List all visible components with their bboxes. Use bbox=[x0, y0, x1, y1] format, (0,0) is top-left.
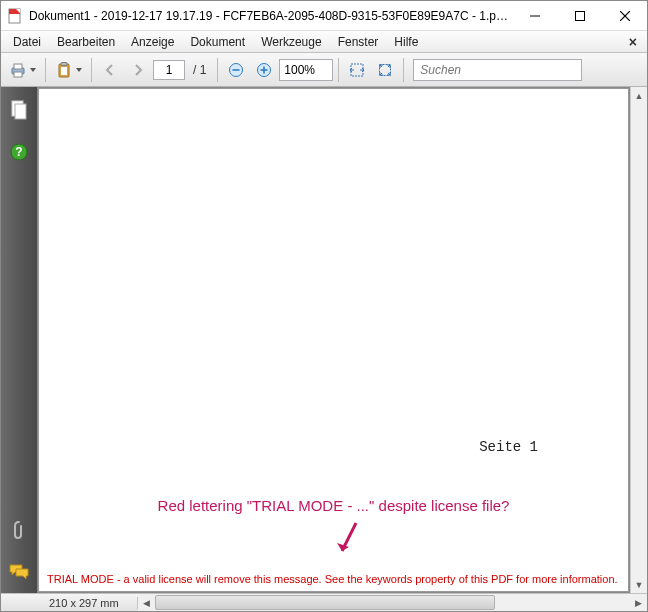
scrollbar-thumb[interactable] bbox=[155, 595, 495, 610]
scroll-right-arrow[interactable]: ▶ bbox=[630, 594, 647, 611]
menu-anzeige[interactable]: Anzeige bbox=[123, 33, 182, 51]
status-bar: 210 x 297 mm ◀ ▶ bbox=[1, 593, 647, 611]
menu-bearbeiten[interactable]: Bearbeiten bbox=[49, 33, 123, 51]
separator bbox=[91, 58, 92, 82]
zoom-combo[interactable]: 100% bbox=[279, 59, 333, 81]
zoom-in-button[interactable] bbox=[251, 57, 277, 83]
svg-rect-2 bbox=[575, 11, 584, 20]
search-input[interactable] bbox=[418, 62, 573, 78]
menu-werkzeuge[interactable]: Werkzeuge bbox=[253, 33, 329, 51]
trial-mode-message: TRIAL MODE - a valid license will remove… bbox=[47, 573, 620, 585]
search-box[interactable] bbox=[413, 59, 582, 81]
page-dimensions: 210 x 297 mm bbox=[37, 597, 138, 609]
svg-rect-6 bbox=[14, 64, 22, 69]
menu-datei[interactable]: Datei bbox=[5, 33, 49, 51]
page-canvas[interactable]: Seite 1 Red lettering "TRIAL MODE - ..."… bbox=[38, 88, 629, 592]
chevron-down-icon bbox=[30, 68, 36, 72]
annotation-text: Red lettering "TRIAL MODE - ..." despite… bbox=[39, 497, 628, 514]
zoom-out-button[interactable] bbox=[223, 57, 249, 83]
page-total-label: / 1 bbox=[187, 63, 212, 77]
scroll-up-arrow[interactable]: ▲ bbox=[631, 87, 647, 104]
vertical-scrollbar[interactable]: ▲ ▼ bbox=[630, 87, 647, 593]
sidebar: ? bbox=[1, 87, 37, 593]
separator bbox=[338, 58, 339, 82]
window-title: Dokument1 - 2019-12-17 19.17.19 - FCF7EB… bbox=[29, 9, 512, 23]
clipboard-button[interactable] bbox=[51, 57, 86, 83]
print-button[interactable] bbox=[5, 57, 40, 83]
pages-panel-icon[interactable] bbox=[8, 99, 30, 121]
document-viewport: Seite 1 Red lettering "TRIAL MODE - ..."… bbox=[37, 87, 647, 593]
comments-icon[interactable] bbox=[8, 561, 30, 583]
svg-rect-10 bbox=[61, 67, 67, 75]
menu-hilfe[interactable]: Hilfe bbox=[386, 33, 426, 51]
maximize-button[interactable] bbox=[557, 1, 602, 30]
next-page-button[interactable] bbox=[125, 57, 151, 83]
menu-bar: Datei Bearbeiten Anzeige Dokument Werkze… bbox=[1, 31, 647, 53]
separator bbox=[217, 58, 218, 82]
separator bbox=[403, 58, 404, 82]
attachments-icon[interactable] bbox=[8, 519, 30, 541]
toolbar: / 1 100% bbox=[1, 53, 647, 87]
scroll-left-arrow[interactable]: ◀ bbox=[138, 594, 155, 611]
annotation-arrow-icon bbox=[334, 521, 364, 561]
page-label: Seite 1 bbox=[479, 439, 538, 455]
prev-page-button[interactable] bbox=[97, 57, 123, 83]
svg-rect-7 bbox=[14, 72, 22, 77]
scroll-down-arrow[interactable]: ▼ bbox=[631, 576, 647, 593]
menu-dokument[interactable]: Dokument bbox=[182, 33, 253, 51]
close-button[interactable] bbox=[602, 1, 647, 30]
minimize-button[interactable] bbox=[512, 1, 557, 30]
help-icon[interactable]: ? bbox=[8, 141, 30, 163]
title-bar: Dokument1 - 2019-12-17 19.17.19 - FCF7EB… bbox=[1, 1, 647, 31]
chevron-down-icon bbox=[76, 68, 82, 72]
horizontal-scrollbar[interactable]: ◀ ▶ bbox=[138, 594, 647, 611]
svg-rect-19 bbox=[15, 104, 26, 119]
fit-width-button[interactable] bbox=[344, 57, 370, 83]
close-document-button[interactable]: × bbox=[623, 34, 643, 50]
svg-rect-9 bbox=[61, 62, 67, 65]
svg-text:?: ? bbox=[15, 145, 22, 159]
menu-fenster[interactable]: Fenster bbox=[330, 33, 387, 51]
fit-page-button[interactable] bbox=[372, 57, 398, 83]
pdf-app-icon bbox=[7, 8, 23, 24]
zoom-value: 100% bbox=[284, 63, 315, 77]
separator bbox=[45, 58, 46, 82]
main-area: ? Seite 1 Red lettering "TRIAL MODE - ..… bbox=[1, 87, 647, 593]
page-number-input[interactable] bbox=[153, 60, 185, 80]
